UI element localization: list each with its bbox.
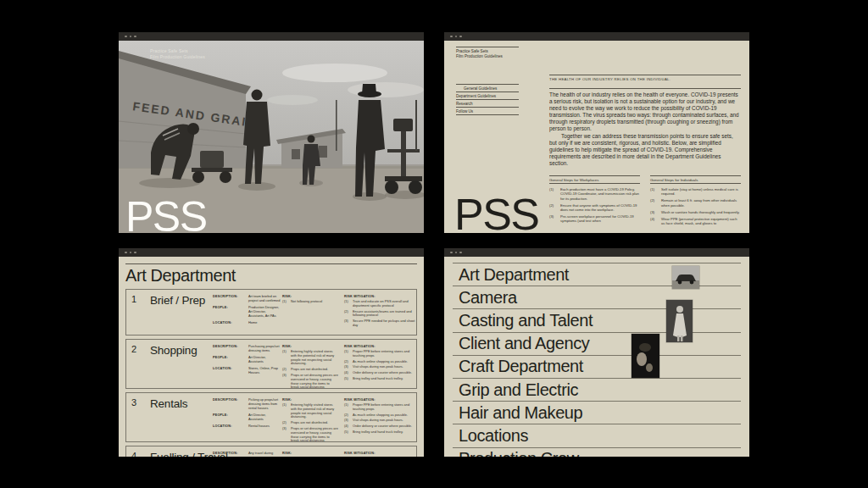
mitigation-item: (2)Ensure assistants/teams are trained a… [344,310,417,319]
risk-header: RISK: [282,295,338,298]
mitigation-item: (2)As much online shopping as possible. [344,413,417,418]
mitigation-item-text: As much online shopping as possible. [353,360,417,364]
department-thumbnail-car[interactable] [672,266,699,289]
window-control-dot[interactable] [130,252,132,254]
mitigation-item-text: Visit shops during non-peak hours. [353,365,417,369]
risk-list: (1)Entering highly visited stores with t… [282,350,338,389]
window-control-dot[interactable] [459,36,462,38]
department-link[interactable]: Camera [453,286,741,309]
pss-logo[interactable]: PSS [125,196,207,233]
department-link[interactable]: Production Crew [453,448,741,458]
field-label: DESCRIPTION: [213,452,248,456]
mitigation-item: (3)Secure PPE needed for pickups and sho… [344,319,417,328]
list-item-number: (1) [650,187,661,197]
list-item-number: (4) [650,217,661,226]
nav-item-general-guidelines[interactable]: General Guidelines [456,84,519,92]
row-number: 4 [131,451,150,457]
risk-item-text: Props are not disinfected. [291,368,338,372]
list-item: (4) Wear PPE (personal protective equipm… [650,217,741,226]
window-control-dot[interactable] [125,252,127,254]
table-row-fuelling-travel: 4 Fuelling / Travel DESCRIPTION:Any trav… [125,446,417,457]
department-link[interactable]: Locations [453,424,741,447]
hero-site-tag: Practice Safe Sets Film Production Guide… [150,48,205,60]
field-label: DESCRIPTION: [213,345,248,353]
risk-header: RISK: [282,452,338,455]
risk-item: (2)Props are not disinfected. [282,421,338,425]
field-label: LOCATION: [213,321,248,325]
list-item-text: Remain at least 6 ft. away from other in… [661,198,741,208]
risk-item-text: Props or set dressing pieces are oversiz… [291,374,338,389]
mitigation-item: (1)Proper PPE before entering stores and… [344,403,417,412]
window-control-dot[interactable] [450,36,453,38]
window-control-dot[interactable] [455,252,458,254]
risk-item: (1)Not following protocol [282,300,338,304]
list-item: (1) Self isolate (stay at home) unless m… [650,187,741,197]
window-control-dot[interactable] [130,36,132,38]
window-control-dot[interactable] [459,252,462,254]
risk-item-number: (1) [282,350,291,366]
field-value: Rental houses [248,424,281,429]
mitigation-item: (4)Order delivery or courier where possi… [344,424,417,429]
window-control-dot[interactable] [134,36,136,38]
row-title: Rentals [150,397,187,410]
mitigation-item-text: As much online shopping as possible. [353,413,417,418]
window-control-dot[interactable] [125,36,127,38]
list-item: (3) Wash or sanitize hands thoroughly an… [650,210,741,214]
department-thumbnail-portrait[interactable] [632,334,659,378]
nav-item-department-guidelines[interactable]: Department Guidelines [456,92,519,99]
window-controls [119,248,424,257]
field-label: PEOPLE: [213,306,248,319]
risk-list: (1)Entering highly visited stores with t… [282,403,338,442]
mitigation-item-number: (5) [344,430,353,435]
department-link[interactable]: Client and Agency [453,333,741,356]
mitigation-item-text: Proper PPE before entering stores and to… [353,403,417,412]
mitigation-item-text: Secure PPE needed for pickups and shoot … [353,319,417,328]
field-value: Art team briefed on project and confirme… [248,295,281,303]
risk-item-text: Props are not disinfected. [291,421,338,425]
mitigation-list: (1)Proper PPE before entering stores and… [344,403,417,435]
field-value: Production Designer, Art Director, Assis… [248,306,281,319]
nav-item-follow-us[interactable]: Follow Us [456,107,519,115]
mitigation-item-text: Ensure assistants/teams are trained and … [353,310,417,319]
row-number: 2 [131,344,150,357]
mitigation-item-number: (1) [344,300,353,308]
mitigation-item-number: (3) [344,365,353,369]
department-link[interactable]: Grip and Electric [453,379,741,402]
site-title-line2: Film Production Guidelines [456,54,519,59]
row-number: 1 [131,294,150,307]
department-link[interactable]: Craft Department [453,356,741,379]
window-control-dot[interactable] [450,252,453,254]
list-item-number: (2) [650,198,661,208]
general-steps-columns: General Steps for Workplaces (1) Each pr… [549,175,741,228]
mitigation-item: (1)Train and educate on PSS overall and … [344,300,417,308]
table-row-shopping: 2 Shopping DESCRIPTION:Purchasing props/… [125,339,417,389]
department-thumbnail-figure[interactable] [666,300,693,342]
eyebrow-heading: THE HEALTH OF OUR INDUSTRY RELIES ON THE… [549,75,741,89]
mitigation-item: (2)As much online shopping as possible. [344,360,417,364]
window-control-dot[interactable] [134,252,136,254]
mitigation-item-number: (4) [344,424,353,429]
guidelines-main: THE HEALTH OF OUR INDUSTRY RELIES ON THE… [549,75,741,228]
mitigation-item-number: (2) [344,360,353,364]
window-control-dot[interactable] [455,36,458,38]
field-value: Picking up props/set dressing items from… [248,398,281,411]
risk-item: (3)Props or set dressing pieces are over… [282,374,338,389]
department-link[interactable]: Hair and Makeup [453,402,741,424]
risk-header: RISK: [282,345,338,348]
nav-item-research[interactable]: Research [456,99,519,107]
field-label: PEOPLE: [213,413,248,422]
list-item-number: (2) [549,203,560,213]
risk-item-number: (2) [282,368,291,372]
field-value: Any travel during [248,452,281,456]
steps-workplaces-list: (1) Each production must have a COVID-19… [549,187,640,224]
department-link[interactable]: Casting and Talent [453,309,741,332]
risk-item-text: Not following protocol [291,300,338,304]
mitigation-item: (1)Proper PPE before entering stores and… [344,350,417,358]
risk-item-text: Entering highly visited stores with the … [291,403,338,419]
pss-logo[interactable]: PSS [454,192,539,233]
intro-paragraph-1: The health of our industry relies on the… [549,92,741,133]
window-hero: FEED AND GRAIN [119,32,424,233]
list-item-text: Wash or sanitize hands thoroughly and fr… [661,210,741,214]
risk-list: (1)Not following protocol [282,300,338,304]
list-item-number: (3) [650,210,661,214]
